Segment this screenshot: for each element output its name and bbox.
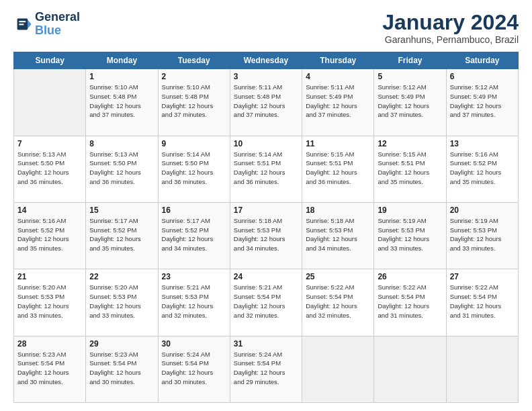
calendar-cell	[14, 69, 86, 136]
day-number: 31	[234, 339, 298, 349]
day-info: Sunrise: 5:23 AMSunset: 5:54 PMDaylight:…	[17, 350, 82, 387]
calendar-cell: 27Sunrise: 5:22 AMSunset: 5:54 PMDayligh…	[446, 269, 518, 336]
logo-line1: General	[35, 11, 80, 24]
day-info: Sunrise: 5:15 AMSunset: 5:51 PMDaylight:…	[378, 150, 442, 187]
calendar-table: SundayMondayTuesdayWednesdayThursdayFrid…	[13, 52, 519, 403]
day-info: Sunrise: 5:14 AMSunset: 5:51 PMDaylight:…	[234, 150, 298, 187]
calendar-cell: 25Sunrise: 5:22 AMSunset: 5:54 PMDayligh…	[302, 269, 374, 336]
calendar-cell: 4Sunrise: 5:11 AMSunset: 5:49 PMDaylight…	[302, 69, 374, 136]
calendar-cell: 23Sunrise: 5:21 AMSunset: 5:53 PMDayligh…	[158, 269, 230, 336]
calendar-cell: 24Sunrise: 5:21 AMSunset: 5:54 PMDayligh…	[230, 269, 302, 336]
calendar-cell: 16Sunrise: 5:17 AMSunset: 5:52 PMDayligh…	[158, 202, 230, 269]
day-info: Sunrise: 5:19 AMSunset: 5:53 PMDaylight:…	[450, 216, 515, 253]
calendar-cell: 15Sunrise: 5:17 AMSunset: 5:52 PMDayligh…	[86, 202, 158, 269]
calendar-cell: 19Sunrise: 5:19 AMSunset: 5:53 PMDayligh…	[374, 202, 446, 269]
calendar-cell: 13Sunrise: 5:16 AMSunset: 5:52 PMDayligh…	[446, 136, 518, 202]
day-number: 28	[17, 339, 82, 349]
day-number: 8	[89, 139, 154, 148]
header-monday: Monday	[86, 52, 158, 69]
svg-rect-2	[19, 21, 26, 22]
day-info: Sunrise: 5:21 AMSunset: 5:54 PMDaylight:…	[234, 283, 298, 320]
calendar-cell: 22Sunrise: 5:20 AMSunset: 5:53 PMDayligh…	[86, 269, 158, 336]
calendar-cell: 14Sunrise: 5:16 AMSunset: 5:52 PMDayligh…	[14, 202, 86, 269]
day-info: Sunrise: 5:13 AMSunset: 5:50 PMDaylight:…	[17, 150, 82, 187]
day-info: Sunrise: 5:22 AMSunset: 5:54 PMDaylight:…	[378, 283, 442, 320]
day-number: 24	[234, 272, 298, 281]
day-number: 11	[306, 139, 370, 148]
day-number: 20	[450, 205, 515, 215]
calendar-cell: 2Sunrise: 5:10 AMSunset: 5:48 PMDaylight…	[158, 69, 230, 136]
calendar-cell: 21Sunrise: 5:20 AMSunset: 5:53 PMDayligh…	[14, 269, 86, 336]
day-info: Sunrise: 5:10 AMSunset: 5:48 PMDaylight:…	[162, 83, 226, 120]
calendar-cell: 28Sunrise: 5:23 AMSunset: 5:54 PMDayligh…	[14, 336, 86, 402]
header-wednesday: Wednesday	[230, 52, 302, 69]
calendar-cell: 7Sunrise: 5:13 AMSunset: 5:50 PMDaylight…	[14, 136, 86, 202]
calendar-cell: 11Sunrise: 5:15 AMSunset: 5:51 PMDayligh…	[302, 136, 374, 202]
day-number: 10	[234, 139, 298, 148]
calendar-cell: 29Sunrise: 5:23 AMSunset: 5:54 PMDayligh…	[86, 336, 158, 402]
day-number: 30	[162, 339, 226, 349]
day-info: Sunrise: 5:17 AMSunset: 5:52 PMDaylight:…	[89, 216, 154, 253]
logo-icon	[13, 15, 32, 34]
week-row-0: 1Sunrise: 5:10 AMSunset: 5:48 PMDaylight…	[14, 69, 519, 136]
day-info: Sunrise: 5:15 AMSunset: 5:51 PMDaylight:…	[306, 150, 370, 187]
day-info: Sunrise: 5:19 AMSunset: 5:53 PMDaylight:…	[378, 216, 442, 253]
calendar-cell: 12Sunrise: 5:15 AMSunset: 5:51 PMDayligh…	[374, 136, 446, 202]
day-info: Sunrise: 5:13 AMSunset: 5:50 PMDaylight:…	[89, 150, 154, 187]
day-number: 18	[306, 205, 370, 215]
day-info: Sunrise: 5:22 AMSunset: 5:54 PMDaylight:…	[306, 283, 370, 320]
day-info: Sunrise: 5:23 AMSunset: 5:54 PMDaylight:…	[89, 350, 154, 387]
header-friday: Friday	[374, 52, 446, 69]
header-tuesday: Tuesday	[158, 52, 230, 69]
week-row-3: 21Sunrise: 5:20 AMSunset: 5:53 PMDayligh…	[14, 269, 519, 336]
day-info: Sunrise: 5:11 AMSunset: 5:48 PMDaylight:…	[234, 83, 298, 120]
calendar-cell: 31Sunrise: 5:24 AMSunset: 5:54 PMDayligh…	[230, 336, 302, 402]
day-info: Sunrise: 5:21 AMSunset: 5:53 PMDaylight:…	[162, 283, 226, 320]
calendar-cell: 18Sunrise: 5:18 AMSunset: 5:53 PMDayligh…	[302, 202, 374, 269]
calendar-cell: 8Sunrise: 5:13 AMSunset: 5:50 PMDaylight…	[86, 136, 158, 202]
day-number: 16	[162, 205, 226, 215]
days-header-row: SundayMondayTuesdayWednesdayThursdayFrid…	[14, 52, 519, 69]
svg-rect-3	[19, 24, 24, 25]
day-info: Sunrise: 5:10 AMSunset: 5:48 PMDaylight:…	[89, 83, 154, 120]
day-info: Sunrise: 5:16 AMSunset: 5:52 PMDaylight:…	[17, 216, 82, 253]
day-number: 17	[234, 205, 298, 215]
calendar-cell: 17Sunrise: 5:18 AMSunset: 5:53 PMDayligh…	[230, 202, 302, 269]
day-info: Sunrise: 5:12 AMSunset: 5:49 PMDaylight:…	[378, 83, 442, 120]
day-info: Sunrise: 5:20 AMSunset: 5:53 PMDaylight:…	[89, 283, 154, 320]
day-info: Sunrise: 5:22 AMSunset: 5:54 PMDaylight:…	[450, 283, 515, 320]
day-number: 21	[17, 272, 82, 281]
day-number: 2	[162, 72, 226, 81]
day-info: Sunrise: 5:11 AMSunset: 5:49 PMDaylight:…	[306, 83, 370, 120]
day-number: 29	[89, 339, 154, 349]
calendar-cell: 10Sunrise: 5:14 AMSunset: 5:51 PMDayligh…	[230, 136, 302, 202]
header-thursday: Thursday	[302, 52, 374, 69]
day-info: Sunrise: 5:18 AMSunset: 5:53 PMDaylight:…	[306, 216, 370, 253]
week-row-2: 14Sunrise: 5:16 AMSunset: 5:52 PMDayligh…	[14, 202, 519, 269]
week-row-4: 28Sunrise: 5:23 AMSunset: 5:54 PMDayligh…	[14, 336, 519, 402]
header-sunday: Sunday	[14, 52, 86, 69]
header: General Blue January 2024 Garanhuns, Per…	[13, 11, 519, 45]
title-block: January 2024 Garanhuns, Pernambuco, Braz…	[382, 11, 519, 45]
day-info: Sunrise: 5:20 AMSunset: 5:53 PMDaylight:…	[17, 283, 82, 320]
day-number: 15	[89, 205, 154, 215]
day-number: 9	[162, 139, 226, 148]
page: General Blue January 2024 Garanhuns, Per…	[0, 0, 532, 411]
day-number: 25	[306, 272, 370, 281]
calendar-cell: 30Sunrise: 5:24 AMSunset: 5:54 PMDayligh…	[158, 336, 230, 402]
calendar-cell	[302, 336, 374, 402]
day-number: 27	[450, 272, 515, 281]
header-saturday: Saturday	[446, 52, 518, 69]
day-number: 19	[378, 205, 442, 215]
day-info: Sunrise: 5:16 AMSunset: 5:52 PMDaylight:…	[450, 150, 515, 187]
day-number: 4	[306, 72, 370, 81]
calendar-cell	[446, 336, 518, 402]
day-number: 6	[450, 72, 515, 81]
day-info: Sunrise: 5:17 AMSunset: 5:52 PMDaylight:…	[162, 216, 226, 253]
day-number: 26	[378, 272, 442, 281]
day-number: 7	[17, 139, 82, 148]
calendar-cell: 20Sunrise: 5:19 AMSunset: 5:53 PMDayligh…	[446, 202, 518, 269]
calendar-cell: 3Sunrise: 5:11 AMSunset: 5:48 PMDaylight…	[230, 69, 302, 136]
day-info: Sunrise: 5:12 AMSunset: 5:49 PMDaylight:…	[450, 83, 515, 120]
calendar-cell: 1Sunrise: 5:10 AMSunset: 5:48 PMDaylight…	[86, 69, 158, 136]
